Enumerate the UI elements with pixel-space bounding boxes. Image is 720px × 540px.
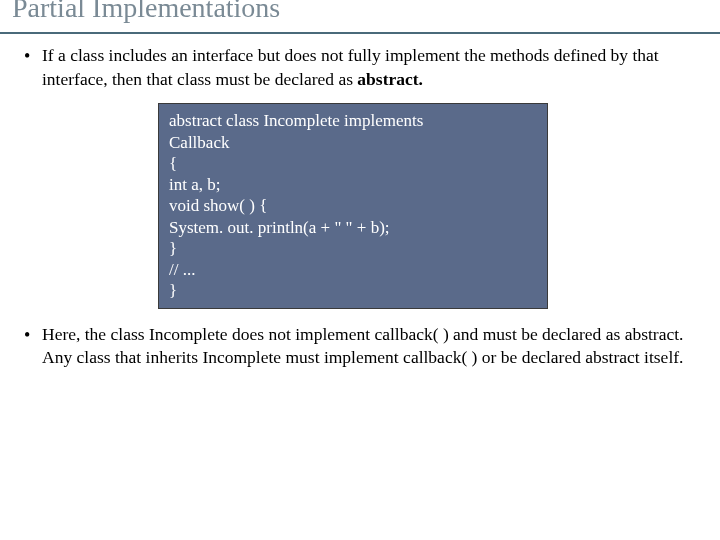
bullet-2-text: Here, the class Incomplete does not impl… — [42, 324, 683, 368]
code-line-2: { — [169, 153, 537, 174]
code-line-1: Callback — [169, 132, 537, 153]
code-line-6: } — [169, 238, 537, 259]
code-line-4: void show( ) { — [169, 195, 537, 216]
code-line-0: abstract class Incomplete implements — [169, 110, 537, 131]
code-block: abstract class Incomplete implements Cal… — [158, 103, 548, 308]
bullet-1-text-a: If a class includes an interface but doe… — [42, 45, 659, 89]
bullet-1-bold: abstract. — [357, 69, 423, 89]
bullet-2: Here, the class Incomplete does not impl… — [18, 323, 702, 370]
code-line-7: // ... — [169, 259, 537, 280]
slide-content: If a class includes an interface but doe… — [0, 34, 720, 370]
slide-title: Partial Implementations — [12, 0, 708, 22]
code-line-8: } — [169, 280, 537, 301]
code-line-3: int a, b; — [169, 174, 537, 195]
bullet-1: If a class includes an interface but doe… — [18, 44, 702, 91]
code-line-5: System. out. println(a + " " + b); — [169, 217, 537, 238]
